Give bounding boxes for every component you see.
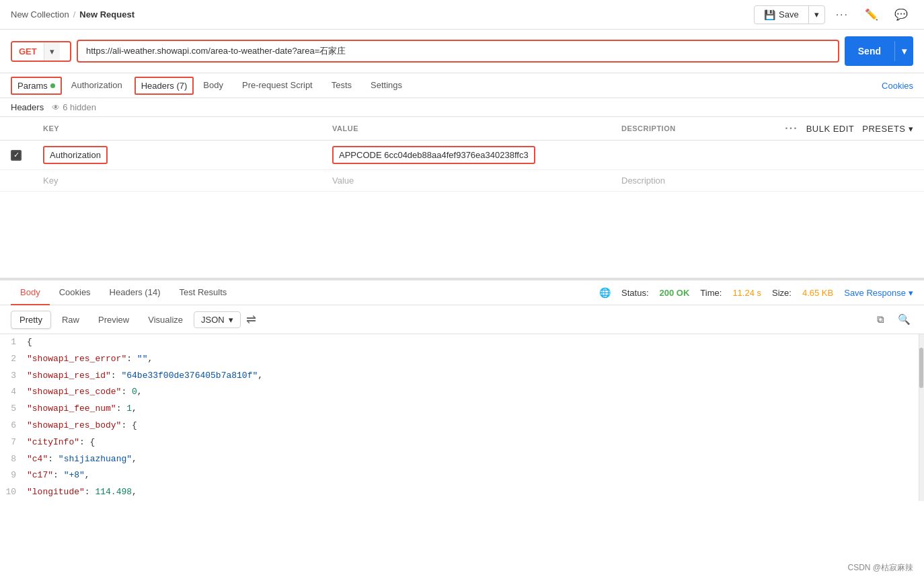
comment-icon-button[interactable]: 💬 bbox=[889, 5, 913, 24]
save-response-label: Save Response bbox=[844, 288, 906, 298]
search-button[interactable]: 🔍 bbox=[895, 311, 913, 328]
bottom-panel: Body Cookies Headers (14) Test Results 🌐… bbox=[0, 279, 924, 501]
code-line-5: 5 "showapi_fee_num": 1, bbox=[0, 401, 924, 418]
value-input[interactable]: APPCODE 6cc04deb88aa4fef9376ea340238ffc3 bbox=[332, 146, 535, 164]
row-key-cell: Authorization bbox=[32, 141, 321, 170]
hidden-count: 6 hidden bbox=[63, 102, 96, 112]
status-label: Status: bbox=[621, 288, 648, 298]
save-arrow-button[interactable]: ▾ bbox=[809, 6, 824, 23]
tab-settings[interactable]: Settings bbox=[361, 73, 412, 98]
format-tab-visualize[interactable]: Visualize bbox=[140, 311, 191, 328]
code-line-3: 3 "showapi_res_id": "64be33f00de376405b7… bbox=[0, 368, 924, 385]
code-line-1: 1 { bbox=[0, 334, 924, 351]
format-tab-raw-label: Raw bbox=[62, 315, 79, 325]
col-header-checkbox bbox=[0, 117, 32, 141]
method-selector[interactable]: GET ▾ bbox=[11, 41, 71, 62]
method-label: GET bbox=[12, 42, 44, 61]
url-bar: GET ▾ https://ali-weather.showapi.com/ar… bbox=[0, 30, 924, 73]
headers-label: Headers bbox=[11, 102, 44, 112]
key-input[interactable]: Authorization bbox=[43, 146, 108, 164]
line-num-4: 4 bbox=[0, 385, 27, 399]
row-description-cell bbox=[611, 141, 924, 170]
line-num-5: 5 bbox=[0, 402, 27, 416]
presets-arrow: ▾ bbox=[909, 124, 914, 134]
col-header-description: DESCRIPTION ··· Bulk Edit Presets ▾ bbox=[611, 117, 924, 141]
tab-headers[interactable]: Headers (7) bbox=[134, 77, 194, 95]
placeholder-value: Value bbox=[332, 176, 354, 186]
save-button[interactable]: 💾 Save ▾ bbox=[754, 5, 825, 24]
tab-tests[interactable]: Tests bbox=[322, 73, 361, 98]
top-bar-actions: 💾 Save ▾ ✏️ 💬 bbox=[754, 5, 913, 24]
tab-pre-request[interactable]: Pre-request Script bbox=[233, 73, 322, 98]
line-num-9: 9 bbox=[0, 469, 27, 483]
edit-icon-button[interactable]: ✏️ bbox=[859, 5, 884, 24]
tab-params-label: Params bbox=[17, 81, 48, 91]
send-dropdown-arrow[interactable]: ▾ bbox=[894, 41, 913, 61]
table-row: Authorization APPCODE 6cc04deb88aa4fef93… bbox=[0, 141, 924, 170]
send-button[interactable]: Send ▾ bbox=[845, 36, 913, 66]
line-num-3: 3 bbox=[0, 369, 27, 383]
line-num-8: 8 bbox=[0, 453, 27, 467]
bottom-tabs: Body Cookies Headers (14) Test Results bbox=[11, 280, 236, 305]
placeholder-key-cell[interactable]: Key bbox=[32, 170, 321, 192]
code-line-10: 10 "longitude": 114.498, bbox=[0, 484, 924, 501]
save-button-main[interactable]: 💾 Save bbox=[755, 6, 809, 24]
top-bar: New Collection / New Request 💾 Save ▾ ✏️… bbox=[0, 0, 924, 30]
format-selector[interactable]: JSON ▾ bbox=[194, 311, 241, 328]
tab-tests-label: Tests bbox=[332, 80, 352, 90]
tab-settings-label: Settings bbox=[371, 80, 402, 90]
tab-body[interactable]: Body bbox=[194, 73, 233, 98]
placeholder-value-cell[interactable]: Value bbox=[321, 170, 611, 192]
scroll-thumb[interactable] bbox=[919, 348, 923, 388]
bottom-tab-cookies-label: Cookies bbox=[59, 287, 91, 297]
time-label: Time: bbox=[700, 288, 722, 298]
save-icon: 💾 bbox=[764, 9, 775, 20]
row-checkbox-cell bbox=[0, 141, 32, 170]
save-response-arrow: ▾ bbox=[909, 288, 913, 298]
presets-button[interactable]: Presets ▾ bbox=[862, 124, 913, 134]
tab-pre-request-label: Pre-request Script bbox=[242, 80, 313, 90]
format-tab-preview-label: Preview bbox=[98, 315, 129, 325]
placeholder-description-cell[interactable]: Description bbox=[611, 170, 924, 192]
line-content-2: "showapi_res_error": "", bbox=[27, 352, 924, 366]
placeholder-key: Key bbox=[43, 176, 58, 186]
bottom-tab-body[interactable]: Body bbox=[11, 280, 50, 305]
line-content-1: { bbox=[27, 336, 924, 350]
format-tab-visualize-label: Visualize bbox=[148, 315, 183, 325]
url-input[interactable]: https://ali-weather.showapi.com/area-to-… bbox=[77, 40, 839, 63]
tab-authorization[interactable]: Authorization bbox=[62, 73, 132, 98]
format-tab-raw[interactable]: Raw bbox=[54, 311, 87, 328]
format-bar-right: ⧉ 🔍 bbox=[874, 311, 913, 328]
bulk-edit-button[interactable]: Bulk Edit bbox=[806, 124, 855, 134]
line-num-1: 1 bbox=[0, 336, 27, 350]
status-code: 200 OK bbox=[660, 288, 690, 298]
cookies-link[interactable]: Cookies bbox=[882, 74, 913, 98]
bottom-tab-cookies[interactable]: Cookies bbox=[50, 280, 100, 305]
more-columns-icon[interactable]: ··· bbox=[785, 122, 798, 134]
copy-button[interactable]: ⧉ bbox=[874, 311, 887, 328]
row-value-cell: APPCODE 6cc04deb88aa4fef9376ea340238ffc3 bbox=[321, 141, 611, 170]
format-tab-pretty[interactable]: Pretty bbox=[11, 311, 51, 329]
line-num-7: 7 bbox=[0, 436, 27, 450]
more-options-button[interactable] bbox=[831, 5, 854, 24]
row-checkbox[interactable] bbox=[11, 150, 22, 161]
format-tab-preview[interactable]: Preview bbox=[90, 311, 137, 328]
code-line-7: 7 "cityInfo": { bbox=[0, 434, 924, 451]
method-dropdown-arrow[interactable]: ▾ bbox=[44, 42, 60, 61]
placeholder-description: Description bbox=[621, 176, 665, 186]
bottom-tab-headers-label: Headers (14) bbox=[110, 287, 161, 297]
bottom-tab-headers[interactable]: Headers (14) bbox=[100, 280, 170, 305]
breadcrumb-collection[interactable]: New Collection bbox=[11, 9, 69, 20]
save-response-button[interactable]: Save Response ▾ bbox=[844, 288, 913, 298]
bottom-tab-body-label: Body bbox=[20, 287, 40, 297]
bottom-tab-test-results[interactable]: Test Results bbox=[169, 280, 236, 305]
tab-params[interactable]: Params bbox=[11, 77, 62, 95]
save-label: Save bbox=[779, 9, 799, 20]
wrap-lines-button[interactable]: ⇌ bbox=[243, 309, 259, 330]
col-header-value: VALUE bbox=[321, 117, 611, 141]
line-num-10: 10 bbox=[0, 486, 27, 500]
line-content-8: "c4": "shijiazhuang", bbox=[27, 453, 924, 467]
table-row-placeholder: Key Value Description bbox=[0, 170, 924, 192]
format-tab-pretty-label: Pretty bbox=[20, 315, 42, 325]
code-line-4: 4 "showapi_res_code": 0, bbox=[0, 384, 924, 401]
